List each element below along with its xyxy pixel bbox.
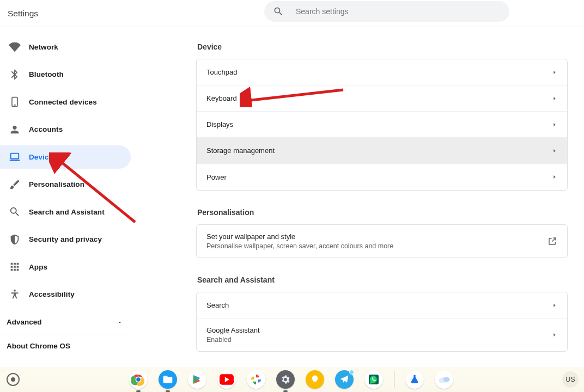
row-label: Displays [206, 120, 233, 128]
svg-rect-2 [11, 154, 19, 159]
row-storage-management[interactable]: Storage management [197, 138, 567, 164]
main-content: Device Touchpad Keyboard Displays Storag… [133, 27, 584, 367]
chevron-right-icon [552, 332, 557, 338]
row-label: Touchpad [206, 68, 237, 76]
header: Settings [0, 0, 584, 27]
system-tray: US [562, 371, 579, 388]
search-icon [273, 6, 284, 17]
sidebar-item-search-assistant[interactable]: Search and Assistant [0, 200, 131, 224]
sidebar-item-accounts[interactable]: Accounts [0, 118, 131, 142]
phone-icon [8, 95, 21, 108]
about-label: About Chrome OS [7, 342, 70, 350]
sidebar-item-bluetooth[interactable]: Bluetooth [0, 63, 131, 87]
app-telegram[interactable] [335, 370, 354, 389]
row-sublabel: Personalise wallpaper, screen saver, acc… [206, 242, 393, 250]
sidebar-item-connected-devices[interactable]: Connected devices [0, 90, 131, 114]
chevron-right-icon [552, 148, 557, 154]
sidebar-about[interactable]: About Chrome OS [0, 334, 131, 358]
row-sublabel: Enabled [206, 336, 260, 344]
laptop-icon [8, 150, 21, 163]
launcher-button[interactable] [7, 373, 20, 386]
row-search[interactable]: Search [197, 292, 567, 318]
sidebar-item-label: Bluetooth [29, 70, 64, 78]
device-card: Touchpad Keyboard Displays Storage manag… [196, 59, 568, 191]
sidebar: Network Bluetooth Connected devices Acco… [0, 27, 133, 367]
sidebar-item-label: Search and Assistant [29, 208, 105, 216]
sidebar-item-apps[interactable]: Apps [0, 255, 131, 279]
sidebar-item-label: Apps [29, 263, 47, 271]
sidebar-item-label: Connected devices [29, 98, 97, 106]
search-input[interactable] [295, 7, 501, 16]
app-whatsapp[interactable] [364, 370, 383, 389]
row-label: Storage management [206, 146, 275, 155]
sidebar-item-label: Network [29, 43, 58, 51]
sidebar-item-device[interactable]: Device [0, 145, 131, 169]
wifi-icon [8, 40, 21, 53]
caret-down-icon [117, 319, 123, 326]
ime-indicator[interactable]: US [562, 371, 579, 388]
row-label: Search [206, 301, 229, 309]
brush-icon [8, 178, 21, 191]
svg-point-10 [443, 377, 449, 382]
sidebar-item-label: Security and privacy [29, 235, 102, 243]
row-displays[interactable]: Displays [197, 112, 567, 138]
row-keyboard[interactable]: Keyboard [197, 85, 567, 112]
sidebar-item-label: Personalisation [29, 180, 84, 188]
advanced-label: Advanced [7, 318, 42, 326]
section-title-assistant: Search and Assistant [197, 275, 568, 284]
shield-icon [8, 233, 21, 246]
row-touchpad[interactable]: Touchpad [197, 59, 567, 85]
row-label: Set your wallpaper and style [206, 232, 393, 241]
sidebar-item-security[interactable]: Security and privacy [0, 228, 131, 252]
open-external-icon [548, 236, 557, 246]
person-icon [8, 123, 21, 136]
row-label: Keyboard [206, 94, 237, 102]
shelf: US [0, 367, 584, 392]
page-title: Settings [8, 9, 38, 19]
app-photos[interactable] [247, 370, 265, 389]
dock [129, 370, 453, 389]
app-experiment[interactable] [405, 370, 424, 389]
svg-point-5 [136, 377, 141, 382]
search-icon [8, 205, 21, 218]
row-power[interactable]: Power [197, 164, 567, 190]
app-keep[interactable] [306, 370, 324, 389]
app-chrome[interactable] [129, 370, 148, 389]
sidebar-item-accessibility[interactable]: Accessibility [0, 283, 131, 307]
svg-point-3 [14, 290, 16, 292]
row-google-assistant[interactable]: Google Assistant Enabled [197, 318, 567, 351]
sidebar-item-label: Device [29, 153, 53, 161]
app-play-store[interactable] [188, 370, 206, 389]
section-title-personalisation: Personalisation [197, 208, 568, 217]
accessibility-icon [8, 288, 21, 301]
personalisation-card: Set your wallpaper and style Personalise… [196, 224, 568, 258]
sidebar-advanced[interactable]: Advanced [0, 310, 130, 334]
row-label: Power [206, 173, 227, 181]
chevron-right-icon [552, 70, 557, 75]
chevron-right-icon [552, 122, 557, 127]
dock-separator [394, 371, 394, 388]
bluetooth-icon [8, 68, 21, 81]
assistant-card: Search Google Assistant Enabled [196, 292, 568, 352]
search-field[interactable] [264, 1, 509, 22]
chevron-right-icon [552, 303, 557, 308]
sidebar-item-personalisation[interactable]: Personalisation [0, 173, 131, 197]
app-weather[interactable] [435, 370, 453, 389]
app-files[interactable] [159, 370, 177, 389]
app-youtube[interactable] [217, 370, 236, 389]
sidebar-item-label: Accounts [29, 125, 63, 133]
section-title-device: Device [197, 42, 568, 51]
apps-icon [8, 260, 21, 273]
app-settings[interactable] [276, 370, 295, 389]
sidebar-item-network[interactable]: Network [0, 35, 131, 59]
row-label: Google Assistant [206, 326, 260, 334]
chevron-right-icon [552, 96, 557, 101]
row-wallpaper[interactable]: Set your wallpaper and style Personalise… [197, 225, 567, 258]
chevron-right-icon [552, 174, 557, 180]
sidebar-item-label: Accessibility [29, 290, 75, 298]
